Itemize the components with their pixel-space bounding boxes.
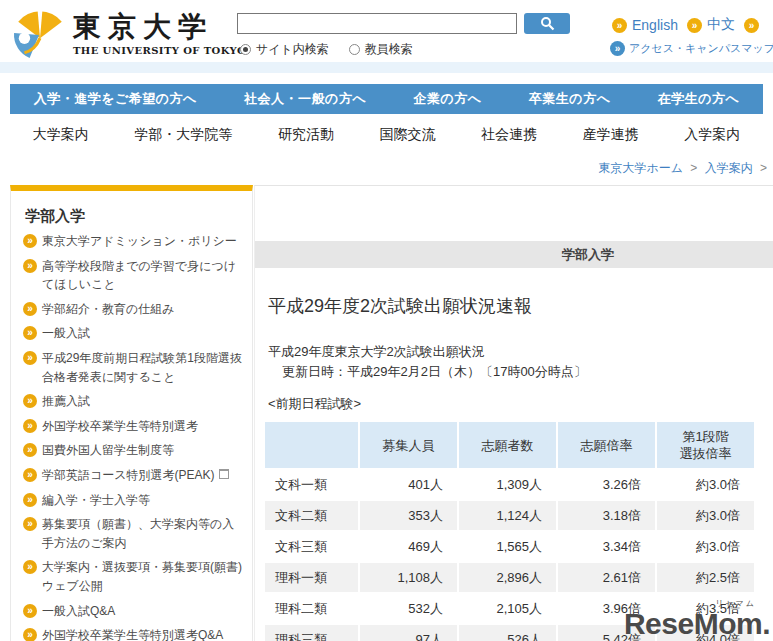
chevron-circle-icon: » xyxy=(23,468,37,482)
sidebar-item-general-exam[interactable]: » 一般入試 xyxy=(23,324,244,343)
sidebar-item-foreign-school-graduates[interactable]: » 外国学校卒業学生等特別選考 xyxy=(23,417,244,436)
subnav-item-research[interactable]: 研究活動 xyxy=(278,126,334,144)
subnav-item-international[interactable]: 国際交流 xyxy=(379,126,435,144)
row-category: 理科二類 xyxy=(265,594,358,623)
search-button[interactable] xyxy=(524,13,570,34)
sidebar-item-government-sponsored[interactable]: » 国費外国人留学生制度等 xyxy=(23,441,244,460)
row-category: 理科一類 xyxy=(265,563,358,592)
col-category xyxy=(265,422,358,468)
table-row: 理科一類 1,108人 2,896人 2.61倍 約2.5倍 xyxy=(265,563,754,592)
radio-selected-icon xyxy=(240,44,251,55)
radio-site-search[interactable]: サイト内検索 xyxy=(240,41,329,58)
chevron-circle-icon: » xyxy=(23,443,37,457)
nav-item-current-students[interactable]: 在学生の方へ xyxy=(658,90,740,108)
table-caption: <前期日程試験> xyxy=(268,395,773,413)
table-row: 文科三類 469人 1,565人 3.34倍 約3.0倍 xyxy=(265,532,754,561)
search-input[interactable] xyxy=(237,13,517,34)
link-language-cutoff[interactable]: » xyxy=(744,18,759,33)
language-links: » English » 中文 » xyxy=(612,16,759,34)
nav-item-alumni[interactable]: 卒業生の方へ xyxy=(529,90,611,108)
chevron-circle-icon: » xyxy=(23,259,37,273)
sidebar-undergraduate-admissions: 学部入学 » 東京大学アドミッション・ポリシー » 高等学校段階までの学習で身に… xyxy=(10,185,253,641)
radio-staff-label: 教員検索 xyxy=(365,41,413,58)
sidebar-title: 学部入学 xyxy=(25,207,244,226)
subnav-item-society[interactable]: 社会連携 xyxy=(481,126,537,144)
primary-nav: 入学・進学をご希望の方へ 社会人・一般の方へ 企業の方へ 卒業生の方へ 在学生の… xyxy=(10,84,763,114)
sidebar-item-foreign-school-qa[interactable]: » 外国学校卒業学生等特別選考Q&A xyxy=(23,626,244,641)
col-capacity: 募集人員 xyxy=(360,422,457,468)
chevron-circle-icon: » xyxy=(23,628,37,641)
subnav-item-about[interactable]: 大学案内 xyxy=(33,126,89,144)
breadcrumb-current[interactable]: 入学案内 xyxy=(705,161,753,175)
chevron-circle-icon: » xyxy=(23,394,37,408)
sidebar-item-recommendation-exam[interactable]: » 推薦入試 xyxy=(23,392,244,411)
logo-title: 東京大学 xyxy=(73,13,246,41)
chevron-circle-icon: » xyxy=(23,351,37,365)
sidebar-item-web-publication[interactable]: » 大学案内・選抜要項・募集要項(願書)ウェブ公開 xyxy=(23,558,244,595)
sidebar-item-faculty-intro[interactable]: » 学部紹介・教育の仕組み xyxy=(23,300,244,319)
resemom-watermark: リセマム ReseMom. xyxy=(624,600,770,639)
nav-item-companies[interactable]: 企業の方へ xyxy=(413,90,481,108)
link-chinese[interactable]: » 中文 xyxy=(687,16,735,34)
subnav-item-industry[interactable]: 産学連携 xyxy=(583,126,639,144)
sidebar-item-highschool-preparation[interactable]: » 高等学校段階までの学習で身につけてほしいこと xyxy=(23,257,244,294)
sidebar-item-peak[interactable]: » 学部英語コース特別選考(PEAK) xyxy=(23,466,244,485)
chevron-circle-icon: » xyxy=(23,493,37,507)
chevron-circle-icon: » xyxy=(23,326,37,340)
link-access-map[interactable]: » アクセス・キャンパスマップ xyxy=(610,41,773,56)
logo-text[interactable]: 東京大学 THE UNIVERSITY OF TOKYO xyxy=(73,13,246,56)
row-category: 文科三類 xyxy=(265,532,358,561)
col-ratio: 志願倍率 xyxy=(558,422,655,468)
chevron-circle-icon: » xyxy=(23,604,37,618)
nav-item-prospective[interactable]: 入学・進学をご希望の方へ xyxy=(34,90,197,108)
chevron-circle-icon: » xyxy=(23,517,37,531)
chevron-circle-icon: » xyxy=(23,302,37,316)
watermark-logo: ReseMom. xyxy=(624,607,770,640)
breadcrumb: 東京大学ホーム > 入学案内 > xyxy=(598,160,771,177)
logo-subtitle: THE UNIVERSITY OF TOKYO xyxy=(73,45,246,56)
subnav-item-schools[interactable]: 学部・大学院等 xyxy=(134,126,232,144)
row-category: 文科二類 xyxy=(265,501,358,530)
main-content: 学部入学 平成29年度2次試験出願状況速報 平成29年度東京大学2次試験出願状況… xyxy=(254,185,773,641)
table-row: 文科一類 401人 1,309人 3.26倍 約3.0倍 xyxy=(265,470,754,499)
row-category: 理科三類 xyxy=(265,625,358,641)
breadcrumb-home[interactable]: 東京大学ホーム xyxy=(598,161,683,175)
chevron-circle-icon: » xyxy=(612,18,627,33)
sidebar-menu: » 東京大学アドミッション・ポリシー » 高等学校段階までの学習で身につけてほし… xyxy=(23,232,244,641)
utility-links: » アクセス・キャンパスマップ » お問 xyxy=(610,41,773,56)
secondary-nav: 大学案内 学部・大学院等 研究活動 国際交流 社会連携 産学連携 入学案内 xyxy=(10,114,763,156)
radio-unselected-icon xyxy=(349,44,360,55)
chevron-circle-icon: » xyxy=(23,419,37,433)
sidebar-item-transfer-admissions[interactable]: » 編入学・学士入学等 xyxy=(23,491,244,510)
row-category: 文科一類 xyxy=(265,470,358,499)
breadcrumb-separator: > xyxy=(760,161,767,175)
radio-site-label: サイト内検索 xyxy=(256,41,329,58)
radio-staff-search[interactable]: 教員検索 xyxy=(349,41,413,58)
sidebar-item-admission-policy[interactable]: » 東京大学アドミッション・ポリシー xyxy=(23,232,244,251)
utokyo-ginkgo-logo-icon xyxy=(12,4,68,60)
chevron-circle-icon: » xyxy=(687,18,702,33)
section-heading-bar: 学部入学 xyxy=(255,241,773,268)
status-line: 平成29年度東京大学2次試験出願状況 xyxy=(268,342,773,362)
chevron-circle-icon: » xyxy=(744,18,759,33)
col-first-stage: 第1段階 選抜倍率 xyxy=(657,422,754,468)
breadcrumb-separator: > xyxy=(690,161,697,175)
subnav-item-admissions[interactable]: 入学案内 xyxy=(684,126,740,144)
col-applicants: 志願者数 xyxy=(459,422,556,468)
lightblue-divider xyxy=(0,62,773,73)
chevron-circle-icon: » xyxy=(23,560,37,574)
sidebar-item-general-exam-qa[interactable]: » 一般入試Q&A xyxy=(23,602,244,621)
page-title: 平成29年度2次試験出願状況速報 xyxy=(268,294,773,318)
external-link-icon xyxy=(219,469,229,479)
status-summary: 平成29年度東京大学2次試験出願状況 更新日時：平成29年2月2日（木）〔17時… xyxy=(268,342,773,382)
magnifier-icon xyxy=(540,16,555,31)
nav-item-general-public[interactable]: 社会人・一般の方へ xyxy=(244,90,366,108)
sidebar-item-first-stage-results[interactable]: » 平成29年度前期日程試験第1段階選抜合格者発表に関すること xyxy=(23,349,244,386)
chevron-circle-icon: » xyxy=(610,41,625,56)
sidebar-item-application-forms[interactable]: » 募集要項（願書）、大学案内等の入手方法のご案内 xyxy=(23,515,244,552)
link-english[interactable]: » English xyxy=(612,17,678,33)
search-scope-radios: サイト内検索 教員検索 xyxy=(240,41,413,58)
chevron-circle-icon: » xyxy=(23,234,37,248)
updated-line: 更新日時：平成29年2月2日（木）〔17時00分時点〕 xyxy=(282,362,773,382)
site-header: 東京大学 THE UNIVERSITY OF TOKYO サイト内検索 教員検索… xyxy=(0,0,773,62)
